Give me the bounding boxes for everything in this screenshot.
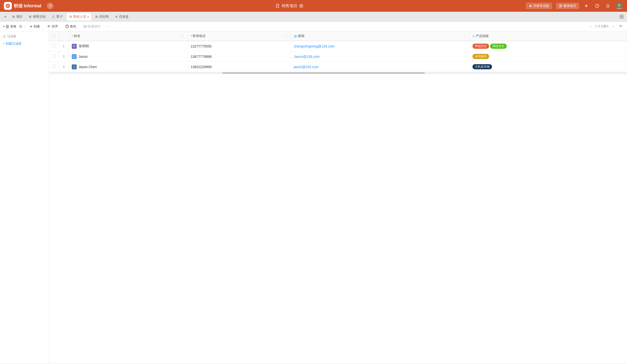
- row-email-cell[interactable]: Jason@126.com: [291, 52, 470, 62]
- row-phone-cell: 13822229999: [188, 62, 291, 72]
- add-icon-btn[interactable]: [583, 2, 590, 9]
- num-col-header: [59, 31, 69, 41]
- email-link[interactable]: zhangmingming@126.com: [294, 44, 335, 48]
- row-checkbox[interactable]: [52, 65, 55, 68]
- row-num: 1: [59, 41, 69, 52]
- svg-rect-20: [622, 17, 623, 18]
- svg-text:?: ?: [596, 5, 598, 7]
- row-name-cell[interactable]: JJason Chen: [69, 62, 188, 72]
- next-page-btn[interactable]: ›: [610, 24, 615, 29]
- row-checkbox-cell[interactable]: [49, 62, 59, 72]
- table-body: 1张张明明13277775555zhangmingming@126.com终端安…: [49, 41, 627, 72]
- name-col-header[interactable]: * 姓名 ⌄: [69, 31, 188, 41]
- top-nav: 积 积信 Informat 销售项目 ? 升级专业版 邀请成员 ?: [0, 0, 627, 12]
- select-all-checkbox[interactable]: [52, 34, 55, 38]
- table-row[interactable]: 2JJason13677778888Jason@126.com咨询服务: [49, 52, 627, 62]
- sort-btn[interactable]: 排序: [45, 23, 61, 30]
- name-sort-icon[interactable]: ⌄: [182, 34, 184, 38]
- salesperson-tab-icon: ⊞: [69, 15, 72, 18]
- name-avatar: J: [72, 64, 77, 69]
- sort-icon: [47, 25, 51, 28]
- name-text: Jason: [79, 55, 88, 58]
- create-btn[interactable]: 创建: [27, 23, 43, 30]
- row-checkbox[interactable]: [52, 54, 55, 58]
- svg-rect-22: [6, 26, 9, 27]
- row-checkbox[interactable]: [52, 44, 55, 48]
- skill-tag[interactable]: 网络安全: [490, 44, 507, 49]
- row-email-cell[interactable]: jason@163.com: [291, 62, 470, 72]
- svg-point-24: [20, 26, 21, 27]
- svg-rect-18: [622, 15, 623, 16]
- help-icon-btn[interactable]: ?: [594, 2, 601, 9]
- svg-point-7: [560, 5, 561, 6]
- pagination-info: 1~3 总数3: [595, 24, 608, 28]
- checkbox-col-header[interactable]: [49, 31, 59, 41]
- table-row[interactable]: 3JJason Chen13822229999jason@163.com主机及存…: [49, 62, 627, 72]
- row-checkbox-cell[interactable]: [49, 41, 59, 52]
- logo-area[interactable]: 积 积信 Informat: [4, 2, 41, 10]
- tab-customer[interactable]: 人 客户: [49, 13, 66, 21]
- chevron-down-icon: ▾: [3, 24, 5, 28]
- globe-icon[interactable]: [47, 3, 53, 9]
- nav-right: 升级专业版 邀请成员 ?: [526, 2, 623, 10]
- tab-project[interactable]: ⊞ 项目: [9, 13, 25, 21]
- row-checkbox-cell[interactable]: [49, 52, 59, 62]
- bell-icon-btn[interactable]: [604, 2, 611, 9]
- checkbox-col-icon: ☑: [472, 35, 475, 38]
- prev-page-btn[interactable]: ‹: [588, 24, 593, 29]
- skill-tag[interactable]: 主机及存储: [472, 64, 492, 69]
- skill-tag[interactable]: 终端安全: [472, 44, 489, 49]
- color-icon: [65, 25, 69, 28]
- view-toggle[interactable]: ▾ 表格: [3, 24, 16, 29]
- user-avatar[interactable]: [615, 2, 623, 10]
- row-phone-cell: 13677778888: [188, 52, 291, 62]
- sidebar: 过滤器 + 创建过滤器: [0, 31, 49, 364]
- skills-col-header[interactable]: ☑ 产品技能: [469, 31, 627, 41]
- row-name-cell[interactable]: 张张明明: [69, 41, 188, 52]
- table-header-row: * 姓名 ⌄ * 联系电话 ⌄ @: [49, 31, 627, 41]
- horizontal-scrollbar[interactable]: [49, 72, 627, 74]
- row-name-cell[interactable]: JJason: [69, 52, 188, 62]
- more-options-btn[interactable]: ···: [105, 24, 112, 29]
- svg-text:积: 积: [6, 5, 9, 7]
- toolbar-left: ▾ 表格 创建 排序 着色 批量操作 ···: [3, 23, 112, 30]
- batch-icon: [84, 25, 87, 28]
- svg-point-16: [618, 4, 620, 6]
- skill-tag[interactable]: 咨询服务: [472, 54, 489, 59]
- tab-dropdown-arrow: ▾: [87, 15, 89, 18]
- toolbar: ▾ 表格 创建 排序 着色 批量操作 ··· ‹: [0, 22, 627, 31]
- tab-sales[interactable]: ⊞ 销售活动: [26, 13, 49, 21]
- row-tags-cell: 主机及存储: [469, 62, 627, 72]
- row-num: 2: [59, 52, 69, 62]
- table-row[interactable]: 1张张明明13277775555zhangmingming@126.com终端安…: [49, 41, 627, 52]
- tab-salesperson[interactable]: ⊞ 售前人员 ▾: [66, 13, 92, 21]
- settings-icon[interactable]: [18, 24, 23, 29]
- invite-btn[interactable]: 邀请成员: [556, 3, 579, 9]
- email-sort-icon[interactable]: ⌄: [464, 34, 466, 38]
- tab-supplier[interactable]: ⊞ 供应商: [92, 13, 112, 21]
- info-icon[interactable]: ?: [299, 4, 303, 8]
- name-avatar: J: [72, 54, 77, 59]
- phone-sort-icon[interactable]: ⌄: [285, 34, 288, 38]
- row-phone-cell: 13277775555: [188, 41, 291, 52]
- email-link[interactable]: jason@163.com: [294, 65, 318, 69]
- color-btn[interactable]: 着色: [63, 23, 79, 30]
- scrollbar-thumb[interactable]: [222, 72, 425, 74]
- svg-rect-31: [84, 25, 87, 27]
- filter-toggle-btn[interactable]: [617, 23, 624, 30]
- upgrade-icon: [529, 4, 532, 8]
- supplier-tab-icon: ⊞: [95, 15, 98, 18]
- email-col-header[interactable]: @ 邮箱 ⌄: [291, 31, 470, 41]
- batch-btn[interactable]: 批量操作: [81, 23, 103, 30]
- logo-icon: 积: [4, 2, 12, 10]
- email-link[interactable]: Jason@126.com: [294, 55, 319, 58]
- add-filter-btn[interactable]: + 创建过滤器: [3, 40, 46, 47]
- add-tab-btn[interactable]: +: [2, 13, 9, 20]
- tab-bar-right: [618, 13, 625, 20]
- expand-icon[interactable]: [618, 13, 625, 20]
- row-email-cell[interactable]: zhangmingming@126.com: [291, 41, 470, 52]
- upgrade-btn[interactable]: 升级专业版: [526, 3, 552, 9]
- svg-rect-19: [620, 17, 621, 18]
- tab-dashboard[interactable]: ≋ 仪表盘: [112, 13, 132, 21]
- phone-col-header[interactable]: * 联系电话 ⌄: [188, 31, 291, 41]
